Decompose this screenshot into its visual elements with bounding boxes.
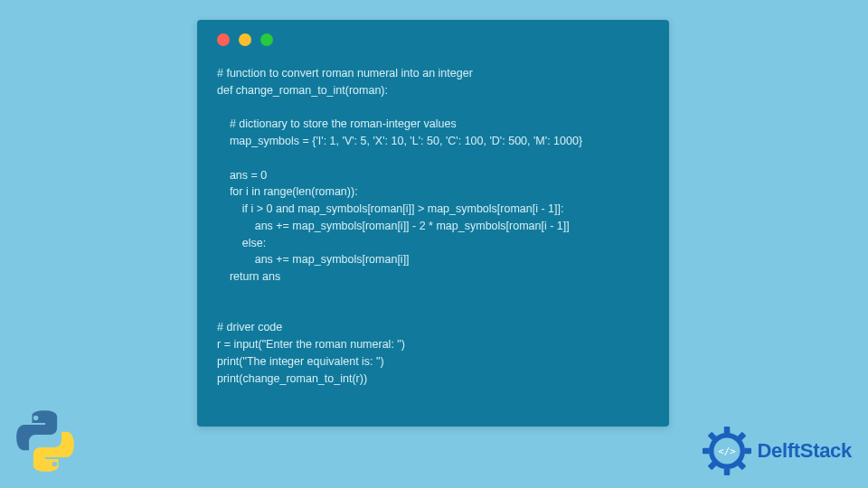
code-content: # function to convert roman numeral into… [197, 60, 669, 405]
svg-rect-3 [745, 448, 752, 454]
svg-text:</>: </> [719, 446, 737, 457]
delftstack-gear-icon: </> [703, 427, 751, 475]
delftstack-badge: </> DelftStack [703, 427, 852, 475]
svg-rect-1 [724, 427, 730, 434]
svg-rect-5 [724, 468, 730, 475]
code-window: # function to convert roman numeral into… [197, 20, 669, 427]
python-logo-icon [11, 407, 80, 479]
minimize-dot-icon [239, 33, 251, 46]
svg-rect-7 [703, 448, 710, 454]
close-dot-icon [217, 33, 230, 46]
maximize-dot-icon [260, 33, 273, 46]
delftstack-label: DelftStack [757, 439, 852, 463]
window-titlebar [197, 20, 669, 60]
